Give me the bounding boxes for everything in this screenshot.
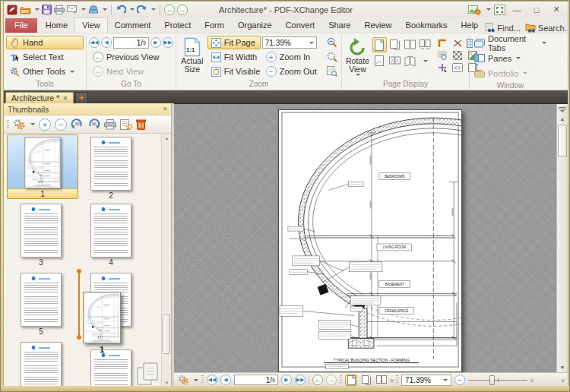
redo-dropdown-icon[interactable] bbox=[151, 8, 156, 11]
more-zoom-icon[interactable]: » bbox=[528, 378, 536, 381]
thumbnail-page-8[interactable] bbox=[90, 349, 131, 387]
fit-width-button[interactable]: Fit Width bbox=[207, 50, 261, 64]
document-scroll-thumb[interactable] bbox=[558, 125, 567, 156]
fit-page-button[interactable]: Fit Page bbox=[207, 36, 261, 49]
pan-zoom-button[interactable] bbox=[325, 65, 339, 78]
first-page-button[interactable]: ◀◀ bbox=[207, 375, 217, 385]
portfolio-button[interactable]: Portfolio bbox=[472, 66, 549, 81]
last-page-button[interactable]: ▶▶ bbox=[163, 37, 173, 48]
enlarge-thumbnails-button[interactable]: + bbox=[39, 119, 51, 131]
single-page-layout-button[interactable] bbox=[345, 375, 357, 386]
thumbnail-page-3[interactable] bbox=[21, 204, 62, 258]
two-pages-continuous-button[interactable] bbox=[418, 37, 432, 52]
redo-button[interactable] bbox=[137, 5, 147, 14]
menu-tab-comment[interactable]: Comment bbox=[108, 18, 158, 33]
print-button[interactable] bbox=[54, 5, 65, 14]
ruler-button[interactable] bbox=[435, 37, 450, 49]
layout-options-dropdown[interactable] bbox=[418, 53, 432, 68]
last-page-button[interactable]: ▶▶ bbox=[295, 375, 306, 385]
menu-tab-share[interactable]: Share bbox=[321, 18, 357, 33]
zoom-slider-track[interactable] bbox=[468, 380, 527, 381]
history-back-button[interactable]: ← bbox=[164, 5, 175, 15]
zoom-slider-handle[interactable] bbox=[489, 375, 495, 385]
scrollbar-split-button[interactable] bbox=[557, 104, 568, 114]
statusbar-grip[interactable] bbox=[340, 375, 342, 384]
statusbar-grip[interactable] bbox=[201, 375, 204, 384]
search-button[interactable]: Search... bbox=[525, 23, 568, 33]
rotate-cw-button[interactable]: 90 bbox=[87, 119, 100, 130]
stamp-dropdown-icon[interactable] bbox=[103, 8, 107, 11]
two-pages-layout-button[interactable] bbox=[403, 37, 417, 52]
dragged-page-thumbnail[interactable] bbox=[83, 292, 121, 343]
select-text-button[interactable]: T Select Text bbox=[6, 50, 84, 64]
two-pages-layout-button[interactable] bbox=[375, 375, 388, 386]
toolbar-grip[interactable] bbox=[7, 120, 9, 129]
document-tab-close-icon[interactable]: × bbox=[63, 94, 68, 103]
email-dropdown-icon[interactable] bbox=[81, 8, 86, 11]
rotate-ccw-button[interactable]: 90 bbox=[71, 119, 84, 130]
next-view-button[interactable]: → bbox=[326, 375, 337, 385]
previous-view-button[interactable]: ← bbox=[312, 375, 323, 385]
next-page-button[interactable]: ▶ bbox=[150, 37, 161, 48]
menu-tab-file[interactable]: File bbox=[5, 18, 37, 33]
more-layouts-icon[interactable]: » bbox=[388, 378, 396, 381]
next-page-button[interactable]: ▶ bbox=[281, 375, 292, 385]
actual-size-button[interactable]: 1:1 Actual Size bbox=[179, 36, 206, 74]
continuous-layout-button[interactable] bbox=[360, 375, 372, 386]
statusbar-grip[interactable] bbox=[396, 375, 398, 384]
scroll-down-icon[interactable]: ▼ bbox=[557, 362, 568, 372]
email-button[interactable] bbox=[67, 5, 78, 14]
thumbnail-page-4[interactable] bbox=[90, 204, 131, 258]
rotate-view-button[interactable]: Rotate View bbox=[344, 36, 371, 76]
thumbnail-image[interactable] bbox=[24, 137, 61, 188]
ui-options-dropdown-icon[interactable] bbox=[486, 8, 491, 11]
snap-button[interactable] bbox=[435, 62, 450, 74]
page-number-field[interactable]: 1/9 bbox=[113, 37, 149, 49]
maximize-button[interactable]: □ bbox=[528, 4, 545, 15]
scroll-up-icon[interactable]: ▲ bbox=[162, 134, 171, 142]
menu-tab-bookmarks[interactable]: Bookmarks bbox=[399, 18, 454, 33]
zoom-out-button[interactable]: − bbox=[454, 375, 465, 385]
previous-view-button[interactable]: ← Previous View bbox=[89, 50, 173, 64]
open-file-button[interactable] bbox=[20, 5, 31, 14]
zoom-in-button[interactable]: + Zoom In bbox=[262, 50, 324, 64]
page-order-button[interactable]: 21 bbox=[388, 53, 402, 68]
menu-tab-review[interactable]: Review bbox=[357, 18, 398, 33]
close-button[interactable]: ✕ bbox=[548, 4, 565, 15]
previous-page-button[interactable]: ◀ bbox=[220, 375, 231, 385]
undo-dropdown-icon[interactable] bbox=[130, 8, 135, 11]
page-number-field[interactable]: 1/9 bbox=[234, 375, 278, 385]
undo-button[interactable] bbox=[116, 5, 126, 14]
thumbnail-page-7[interactable] bbox=[21, 342, 62, 387]
document-tab-architecture[interactable]: Architecture * × bbox=[5, 92, 74, 103]
thumbnail-page-5[interactable] bbox=[21, 273, 62, 327]
previous-page-button[interactable]: ◀ bbox=[101, 37, 112, 48]
booklet-view-button[interactable] bbox=[403, 53, 417, 68]
menu-tab-convert[interactable]: Convert bbox=[279, 18, 322, 33]
thumbnail-page-1-selected[interactable]: 1 bbox=[7, 134, 78, 199]
thumbnails-scroll-thumb[interactable] bbox=[163, 315, 170, 354]
document-scrollbar[interactable]: ▲ ▼ bbox=[556, 104, 568, 372]
ui-options-button[interactable] bbox=[468, 5, 482, 15]
find-button[interactable]: Find... bbox=[485, 23, 521, 33]
thumbnails-panel-close-icon[interactable]: × bbox=[163, 105, 167, 113]
statusbar-options-dropdown-icon[interactable] bbox=[194, 379, 198, 381]
thumbnails-options-button[interactable] bbox=[13, 119, 25, 130]
menu-tab-protect[interactable]: Protect bbox=[157, 18, 198, 33]
zoom-slider[interactable] bbox=[468, 380, 527, 381]
other-tools-button[interactable]: Other Tools bbox=[6, 65, 84, 78]
zoom-tool-button[interactable] bbox=[325, 36, 339, 49]
panes-button[interactable]: Panes bbox=[472, 51, 549, 65]
statusbar-overflow-icon[interactable]: » bbox=[559, 378, 566, 381]
fullscreen-button[interactable] bbox=[494, 5, 505, 15]
print-thumbnails-button[interactable] bbox=[104, 119, 116, 130]
coordinates-button[interactable]: XY bbox=[451, 62, 465, 74]
zoom-out-button[interactable]: − Zoom Out bbox=[262, 65, 324, 78]
snap-grid-button[interactable] bbox=[435, 49, 450, 62]
thumbnails-options-dropdown-icon[interactable] bbox=[30, 123, 35, 125]
save-button[interactable] bbox=[42, 5, 52, 14]
single-page-layout-button[interactable] bbox=[372, 37, 387, 52]
zoom-level-combobox[interactable]: 71.39% bbox=[401, 375, 451, 386]
document-page[interactable] bbox=[278, 109, 462, 372]
measure-button[interactable] bbox=[451, 37, 465, 49]
